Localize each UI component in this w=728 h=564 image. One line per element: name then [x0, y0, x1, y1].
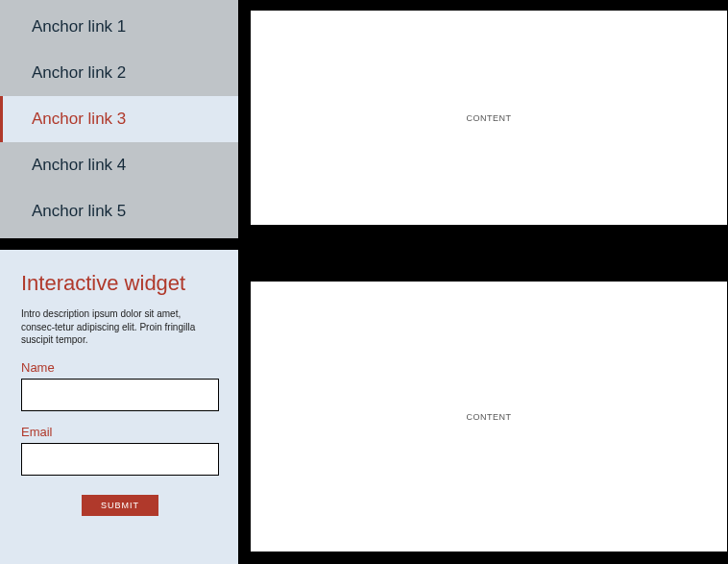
nav-item-4[interactable]: Anchor link 4 — [0, 142, 238, 188]
name-label: Name — [21, 360, 217, 375]
content-pane-top: CONTENT — [250, 10, 728, 226]
name-input[interactable] — [21, 379, 219, 411]
content-bottom-label: CONTENT — [467, 412, 512, 422]
email-input[interactable] — [21, 443, 219, 476]
nav-item-2[interactable]: Anchor link 2 — [0, 50, 238, 96]
submit-button[interactable]: SUBMIT — [82, 495, 158, 516]
widget-title: Interactive widget — [21, 271, 217, 296]
interactive-widget: Interactive widget Intro description ips… — [0, 250, 238, 564]
content-top-label: CONTENT — [467, 113, 512, 123]
nav-item-5[interactable]: Anchor link 5 — [0, 188, 238, 234]
nav-item-1[interactable]: Anchor link 1 — [0, 4, 238, 50]
nav-item-3[interactable]: Anchor link 3 — [0, 96, 238, 142]
anchor-nav: Anchor link 1 Anchor link 2 Anchor link … — [0, 0, 238, 238]
email-label: Email — [21, 425, 217, 439]
widget-description: Intro description ipsum dolor sit amet, … — [21, 307, 213, 347]
content-pane-bottom: CONTENT — [250, 281, 728, 552]
